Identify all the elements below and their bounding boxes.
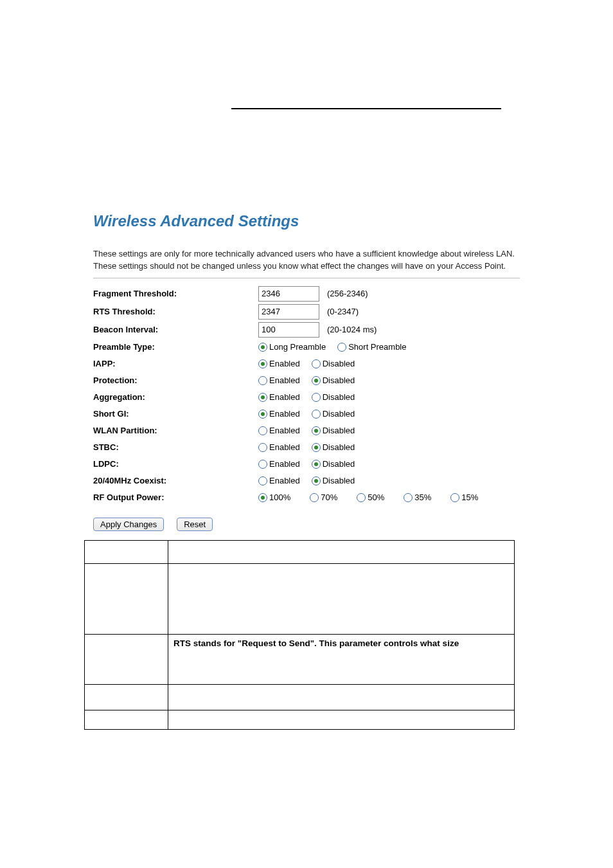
radio-preamble-short[interactable]: Short Preamble [337, 342, 406, 352]
radio-preamble-long[interactable]: Long Preamble [258, 342, 326, 352]
table-row: RTS stands for "Request to Send". This p… [85, 634, 515, 684]
reset-button[interactable]: Reset [177, 518, 213, 531]
radio-icon [312, 393, 321, 402]
radio-stbc-enabled[interactable]: Enabled [258, 442, 300, 452]
radio-rfpower-70[interactable]: 70% [310, 493, 337, 502]
apply-changes-button[interactable]: Apply Changes [93, 518, 164, 531]
radio-icon [450, 493, 459, 502]
radio-icon [312, 359, 321, 368]
radio-icon [258, 343, 267, 352]
radio-label: Long Preamble [269, 342, 326, 352]
radio-label: 70% [321, 493, 337, 502]
radio-icon [312, 426, 321, 435]
radio-label: 35% [414, 493, 431, 502]
radio-protection-disabled[interactable]: Disabled [312, 375, 355, 385]
table-row [85, 540, 515, 563]
field-protection: Protection: Enabled Disabled [93, 372, 520, 389]
label-ldpc: LDPC: [93, 459, 258, 469]
label-protection: Protection: [93, 375, 258, 385]
table-row [85, 710, 515, 729]
field-ldpc: LDPC: Enabled Disabled [93, 456, 520, 473]
radio-shortgi-disabled[interactable]: Disabled [312, 409, 355, 419]
field-aggregation: Aggregation: Enabled Disabled [93, 389, 520, 406]
radio-icon [312, 476, 321, 485]
radio-label: Short Preamble [348, 342, 406, 352]
radio-icon [312, 376, 321, 385]
field-stbc: STBC: Enabled Disabled [93, 439, 520, 456]
radio-coexist-enabled[interactable]: Enabled [258, 476, 300, 485]
radio-iapp-enabled[interactable]: Enabled [258, 359, 300, 368]
radio-label: 50% [368, 493, 384, 502]
table-row [85, 684, 515, 710]
field-iapp: IAPP: Enabled Disabled [93, 356, 520, 372]
field-rf-output-power: RF Output Power: 100% 70% 50% 35% 15% [93, 489, 520, 506]
label-coexist: 20/40MHz Coexist: [93, 476, 258, 485]
radio-shortgi-enabled[interactable]: Enabled [258, 409, 300, 419]
radio-rfpower-100[interactable]: 100% [258, 493, 290, 502]
radio-aggregation-enabled[interactable]: Enabled [258, 392, 300, 402]
table-cell [168, 684, 515, 710]
radio-protection-enabled[interactable]: Enabled [258, 375, 300, 385]
radio-icon [258, 443, 267, 452]
table-cell-rts-desc: RTS stands for "Request to Send". This p… [168, 634, 515, 684]
radio-icon [258, 493, 267, 502]
radio-rfpower-50[interactable]: 50% [357, 493, 384, 502]
radio-ldpc-disabled[interactable]: Disabled [312, 459, 355, 469]
table-cell [85, 710, 168, 729]
hint-rts-threshold: (0-2347) [327, 307, 359, 316]
radio-icon [258, 359, 267, 368]
radio-label: Disabled [323, 442, 355, 452]
radio-wlanpart-enabled[interactable]: Enabled [258, 426, 300, 435]
radio-label: Disabled [323, 409, 355, 419]
top-rule [231, 108, 501, 109]
label-stbc: STBC: [93, 442, 258, 452]
radio-stbc-disabled[interactable]: Disabled [312, 442, 355, 452]
radio-icon [258, 460, 267, 469]
label-rts-threshold: RTS Threshold: [93, 307, 258, 316]
radio-icon [258, 426, 267, 435]
radio-label: Disabled [323, 392, 355, 402]
radio-icon [310, 493, 319, 502]
radio-label: Disabled [323, 459, 355, 469]
input-rts-threshold[interactable] [258, 304, 319, 320]
radio-ldpc-enabled[interactable]: Enabled [258, 459, 300, 469]
field-rts-threshold: RTS Threshold: (0-2347) [93, 303, 520, 321]
label-preamble-type: Preamble Type: [93, 342, 258, 352]
radio-label: 100% [269, 493, 290, 502]
radio-rfpower-35[interactable]: 35% [404, 493, 431, 502]
page-description: These settings are only for more technic… [93, 248, 520, 273]
radio-icon [312, 460, 321, 469]
radio-label: Enabled [269, 392, 300, 402]
radio-icon [258, 410, 267, 419]
hint-fragment-threshold: (256-2346) [327, 289, 368, 298]
label-rf-output-power: RF Output Power: [93, 493, 258, 502]
page-title: Wireless Advanced Settings [93, 212, 520, 230]
table-cell [85, 563, 168, 634]
radio-iapp-disabled[interactable]: Disabled [312, 359, 355, 368]
input-fragment-threshold[interactable] [258, 286, 319, 302]
radio-label: Enabled [269, 442, 300, 452]
label-wlan-partition: WLAN Partition: [93, 426, 258, 435]
radio-coexist-disabled[interactable]: Disabled [312, 476, 355, 485]
radio-icon [312, 443, 321, 452]
radio-label: Enabled [269, 375, 300, 385]
field-wlan-partition: WLAN Partition: Enabled Disabled [93, 422, 520, 439]
field-preamble-type: Preamble Type: Long Preamble Short Pream… [93, 339, 520, 356]
radio-label: Disabled [323, 476, 355, 485]
input-beacon-interval[interactable] [258, 322, 319, 338]
radio-label: Disabled [323, 426, 355, 435]
radio-wlanpart-disabled[interactable]: Disabled [312, 426, 355, 435]
radio-label: Enabled [269, 409, 300, 419]
table-cell [168, 540, 515, 563]
radio-icon [404, 493, 413, 502]
table-cell [85, 634, 168, 684]
label-short-gi: Short GI: [93, 409, 258, 419]
radio-label: Disabled [323, 359, 355, 368]
table-cell [168, 710, 515, 729]
radio-rfpower-15[interactable]: 15% [450, 493, 478, 502]
radio-aggregation-disabled[interactable]: Disabled [312, 392, 355, 402]
table-row [85, 563, 515, 634]
radio-icon [258, 376, 267, 385]
field-beacon-interval: Beacon Interval: (20-1024 ms) [93, 321, 520, 339]
label-fragment-threshold: Fragment Threshold: [93, 289, 258, 298]
